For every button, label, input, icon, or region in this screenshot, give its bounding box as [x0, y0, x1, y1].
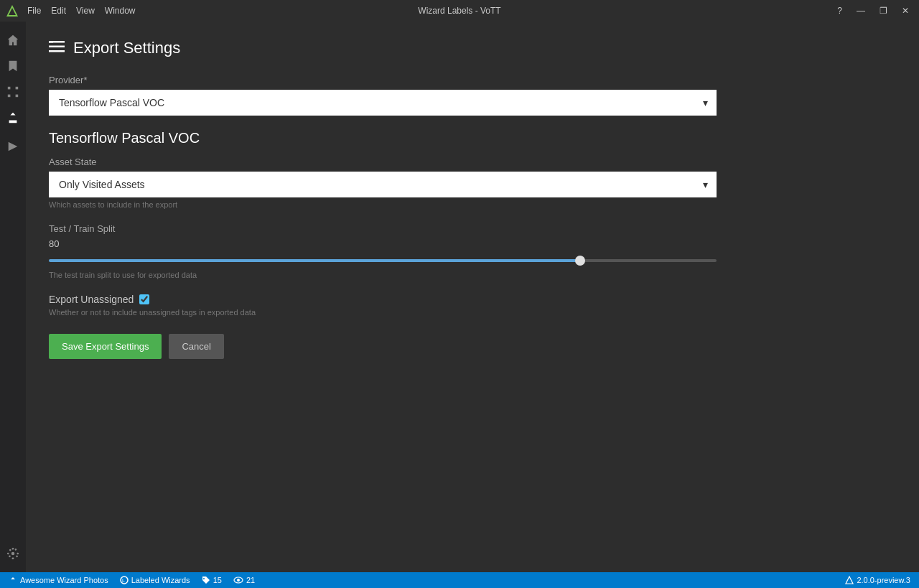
- asset-state-group: Asset State Only Visited Assets Only Tag…: [49, 157, 717, 209]
- svg-rect-5: [8, 95, 11, 98]
- version-icon: [845, 576, 854, 584]
- upload-icon: [9, 576, 17, 584]
- eye-icon: [233, 576, 243, 584]
- provider-label: Provider*: [49, 75, 717, 85]
- status-tags: 15: [202, 576, 222, 584]
- form-section: Provider* Tensorflow Pascal VOC VoTT JSO…: [49, 75, 717, 359]
- titlebar: File Edit View Window Wizard Labels - Vo…: [0, 0, 919, 22]
- asset-state-select-wrapper: Only Visited Assets Only Tagged Assets A…: [49, 172, 717, 197]
- status-version: 2.0.0-preview.3: [845, 576, 910, 584]
- slider-value: 80: [49, 238, 717, 249]
- sidebar-item-bookmark[interactable]: [0, 53, 26, 79]
- statusbar-right: 2.0.0-preview.3: [845, 576, 910, 584]
- status-labeled-count: 21: [233, 576, 255, 584]
- svg-point-6: [11, 552, 15, 556]
- export-unassigned-label: Export Unassigned: [49, 294, 134, 305]
- status-tag-count: 15: [213, 576, 222, 584]
- button-row: Save Export Settings Cancel: [49, 334, 717, 359]
- maximize-button[interactable]: ❐: [875, 4, 892, 17]
- sidebar-item-tag[interactable]: [0, 134, 26, 159]
- titlebar-controls: ? — ❐ ✕: [833, 4, 913, 17]
- svg-rect-2: [8, 87, 11, 90]
- status-project-name: Awesome Wizard Photos: [20, 576, 108, 584]
- svg-rect-4: [16, 95, 19, 98]
- svg-marker-15: [846, 577, 853, 584]
- asset-state-hint: Which assets to include in the export: [49, 200, 717, 209]
- test-train-slider[interactable]: [49, 259, 717, 262]
- asset-state-label: Asset State: [49, 157, 717, 167]
- label-icon: L: [120, 576, 129, 584]
- menu-edit[interactable]: Edit: [51, 6, 66, 16]
- page-title: Export Settings: [73, 39, 180, 57]
- sidebar-item-connections[interactable]: [0, 79, 26, 105]
- status-labeled-count-value: 21: [246, 576, 255, 584]
- svg-text:L: L: [122, 578, 125, 583]
- provider-select-wrapper: Tensorflow Pascal VOC VoTT JSON CSV Pasc…: [49, 90, 717, 116]
- export-unassigned-row: Export Unassigned: [49, 294, 717, 305]
- sidebar-item-home[interactable]: [0, 27, 26, 53]
- status-project: Awesome Wizard Photos: [9, 576, 108, 584]
- app-body: Export Settings Provider* Tensorflow Pas…: [0, 22, 919, 572]
- cancel-button[interactable]: Cancel: [169, 334, 223, 359]
- page-header-icon: [49, 40, 65, 57]
- sidebar: [0, 22, 26, 572]
- status-version-value: 2.0.0-preview.3: [857, 576, 910, 584]
- svg-point-14: [237, 579, 240, 582]
- menu-view[interactable]: View: [76, 6, 95, 16]
- menu-window[interactable]: Window: [105, 6, 136, 16]
- export-unassigned-checkbox[interactable]: [139, 294, 149, 304]
- svg-rect-3: [16, 87, 19, 90]
- titlebar-title: Wizard Labels - VoTT: [418, 6, 500, 16]
- status-labeled: L Labeled Wizards: [120, 576, 190, 584]
- status-labeled-name: Labeled Wizards: [131, 576, 190, 584]
- slider-container: [49, 253, 717, 268]
- sidebar-bottom: [0, 541, 26, 566]
- test-train-hint: The test train split to use for exported…: [49, 271, 717, 279]
- asset-state-select[interactable]: Only Visited Assets Only Tagged Assets A…: [49, 172, 717, 197]
- statusbar: Awesome Wizard Photos L Labeled Wizards …: [0, 572, 919, 588]
- svg-rect-9: [49, 50, 65, 52]
- sidebar-item-export[interactable]: [0, 105, 26, 131]
- close-button[interactable]: ✕: [897, 4, 913, 17]
- help-button[interactable]: ?: [833, 4, 846, 17]
- test-train-label: Test / Train Split: [49, 223, 717, 234]
- save-export-settings-button[interactable]: Save Export Settings: [49, 334, 162, 359]
- menu-file[interactable]: File: [27, 6, 41, 16]
- test-train-group: Test / Train Split 80 The test train spl…: [49, 223, 717, 279]
- titlebar-left: File Edit View Window: [6, 4, 136, 17]
- sidebar-item-settings[interactable]: [0, 541, 26, 566]
- minimize-button[interactable]: —: [852, 4, 869, 17]
- export-unassigned-hint: Whether or not to include unassigned tag…: [49, 308, 717, 317]
- main-content: Export Settings Provider* Tensorflow Pas…: [26, 22, 919, 572]
- titlebar-menu: File Edit View Window: [27, 6, 136, 16]
- page-header: Export Settings: [49, 39, 896, 57]
- provider-group: Provider* Tensorflow Pascal VOC VoTT JSO…: [49, 75, 717, 116]
- svg-rect-8: [49, 45, 65, 47]
- app-logo: [6, 4, 19, 17]
- provider-select[interactable]: Tensorflow Pascal VOC VoTT JSON CSV Pasc…: [49, 90, 717, 116]
- statusbar-left: Awesome Wizard Photos L Labeled Wizards …: [9, 576, 255, 584]
- svg-rect-10: [49, 41, 53, 43]
- tag-count-icon: [202, 576, 210, 584]
- export-unassigned-group: Export Unassigned Whether or not to incl…: [49, 294, 717, 317]
- section-title: Tensorflow Pascal VOC: [49, 130, 717, 146]
